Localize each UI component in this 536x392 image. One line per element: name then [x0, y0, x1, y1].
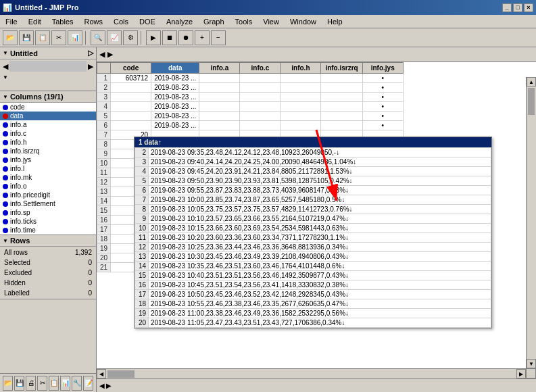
menu-view[interactable]: View [260, 17, 282, 26]
column-item-info.c[interactable]: info.c [0, 129, 96, 138]
left-toolbar-btn-3[interactable]: 🖨 [26, 376, 36, 391]
popup-cell-num: 6 [135, 186, 149, 195]
menu-help[interactable]: Help [324, 17, 345, 26]
cell-rownum: 6 [97, 121, 111, 130]
vscroll-up-button[interactable]: ▲ [527, 77, 536, 87]
col-header-data[interactable]: data [151, 63, 199, 74]
menu-tools[interactable]: Tools [233, 17, 255, 26]
rows-stat-value: 1,392 [57, 248, 95, 257]
popup-row: 82019-08-23 10:05,23.75,23.57,23.75,23.5… [135, 205, 491, 214]
col-dot-info.mk [3, 175, 8, 180]
col-header-code[interactable]: code [111, 63, 151, 74]
column-item-info.sp[interactable]: info.sp [0, 208, 96, 217]
maximize-button[interactable]: □ [513, 3, 522, 12]
columns-header[interactable]: ▼ Columns (19/1) [0, 91, 96, 103]
bottom-nav-right[interactable]: ▶ [106, 382, 112, 389]
column-item-info.Settlement[interactable]: info.Settlement [0, 199, 96, 208]
column-item-data[interactable]: data [0, 112, 96, 120]
popup-cell-value: 2019-08-23 10:30,23.45,23.46,23.49,23.39… [149, 252, 491, 262]
left-toolbar-btn-4[interactable]: ✂ [37, 376, 47, 391]
rows-triangle: ▼ [3, 238, 8, 244]
nav-left-arrow[interactable]: ◀ [3, 62, 8, 71]
menu-rows[interactable]: Rows [82, 17, 106, 26]
menu-analyze[interactable]: Analyze [164, 17, 195, 26]
horizontal-scrollbar[interactable]: ◀ ▶ [97, 368, 526, 378]
cell-rownum: 19 [97, 244, 111, 253]
left-toolbar-btn-6[interactable]: 📊 [60, 376, 70, 391]
menu-doe[interactable]: DOE [137, 17, 158, 26]
hscroll-left-button[interactable]: ◀ [97, 369, 106, 378]
toolbar-btn-8[interactable]: ⚙ [123, 30, 138, 45]
untitled-expand-icon[interactable]: ▷ [88, 49, 93, 57]
left-toolbar-btn-8[interactable]: 📝 [83, 376, 93, 391]
rows-header[interactable]: ▼ Rows [0, 235, 96, 247]
popup-cell-value: 2019-08-23 10:10,23.57,23.65,23.66,23.55… [149, 214, 491, 224]
popup-row: 92019-08-23 10:10,23.57,23.65,23.66,23.5… [135, 214, 491, 224]
toolbar-sep-1 [85, 31, 88, 45]
column-item-info.h[interactable]: info.h [0, 138, 96, 147]
toolbar-btn-1[interactable]: 📂 [3, 30, 18, 45]
column-item-info.ticks[interactable]: info.ticks [0, 217, 96, 226]
vscroll-track[interactable] [527, 116, 536, 359]
toolbar-btn-3[interactable]: 📋 [35, 30, 50, 45]
cell-rownum: 15 [97, 206, 111, 216]
menu-edit[interactable]: Edit [26, 17, 44, 26]
toolbar-btn-5[interactable]: 📊 [68, 30, 82, 45]
menu-cols[interactable]: Cols [111, 17, 131, 26]
toolbar-btn-11[interactable]: ⏺ [178, 30, 193, 45]
minimize-button[interactable]: _ [502, 3, 512, 12]
title-bar-controls[interactable]: _ □ × [502, 3, 533, 12]
column-item-info.l[interactable]: info.l [0, 164, 96, 173]
column-item-info.mk[interactable]: info.mk [0, 173, 96, 182]
rows-stat-label: Hidden [1, 278, 56, 287]
left-toolbar-btn-7[interactable]: 🔧 [72, 376, 82, 391]
vertical-scrollbar[interactable]: ▲ ▼ [526, 77, 536, 368]
left-toolbar-btn-2[interactable]: 💾 [14, 376, 24, 391]
column-item-info.o[interactable]: info.o [0, 182, 96, 191]
toolbar-btn-10[interactable]: ⏹ [162, 30, 177, 45]
popup-row: 172019-08-23 10:50,23.45,23.46,23.52,23.… [135, 290, 491, 299]
toolbar-btn-12[interactable]: + [195, 30, 210, 45]
menu-file[interactable]: File [3, 17, 20, 26]
hscroll-thumb[interactable] [107, 370, 135, 378]
toolbar-btn-9[interactable]: ▶ [146, 30, 161, 45]
toolbar-btn-4[interactable]: ✂ [51, 30, 66, 45]
untitled-nav: ◀ ▶ [0, 59, 96, 73]
close-button[interactable]: × [524, 3, 533, 12]
grid-nav-right[interactable]: ▶ [107, 50, 113, 59]
menu-window[interactable]: Window [287, 17, 319, 26]
toolbar-btn-2[interactable]: 💾 [19, 30, 34, 45]
nav-right-arrow[interactable]: ▶ [88, 62, 93, 71]
menu-tables[interactable]: Tables [49, 17, 76, 26]
col-header-info.a[interactable]: info.a [199, 63, 240, 74]
table-row: 62019-08-23 ...• [97, 121, 404, 130]
menu-graph[interactable]: Graph [201, 17, 227, 26]
column-item-code[interactable]: code [0, 103, 96, 112]
column-item-info.time[interactable]: info.time [0, 226, 96, 235]
popup-cell-value: 2019-08-23 09:40,24.14,24.20,24.25,24.00… [149, 157, 491, 167]
untitled-header[interactable]: ▼ Untitled ▷ [0, 47, 96, 59]
left-toolbar-btn-5[interactable]: 📋 [49, 376, 59, 391]
col-header-info.jys[interactable]: info.jys [362, 63, 403, 74]
toolbar-btn-13[interactable]: − [211, 30, 226, 45]
grid-nav-left[interactable]: ◀ [99, 50, 105, 59]
col-header-info.h[interactable]: info.h [281, 63, 321, 74]
vscroll-thumb[interactable] [528, 88, 535, 115]
table-row: 42019-08-23 ...• [97, 102, 404, 112]
popup-row: 192019-08-23 11:00,23.38,23.46,23.49,23.… [135, 309, 491, 318]
hscroll-right-button[interactable]: ▶ [516, 369, 526, 378]
column-item-info.isrzrq[interactable]: info.isrzrq [0, 147, 96, 155]
popup-row: 152019-08-23 10:40,23.51,23.51,23.56,23.… [135, 271, 491, 280]
col-header-info.isrzrq[interactable]: info.isrzrq [321, 63, 362, 74]
column-item-info.jys[interactable]: info.jys [0, 155, 96, 164]
toolbar-btn-6[interactable]: 🔍 [91, 30, 105, 45]
column-item-info.a[interactable]: info.a [0, 120, 96, 129]
column-item-info.pricedigit[interactable]: info.pricedigit [0, 191, 96, 199]
toolbar-btn-7[interactable]: 📈 [107, 30, 122, 45]
rows-stat-label: Selected [1, 258, 56, 267]
bottom-nav-left[interactable]: ◀ [99, 382, 105, 389]
left-toolbar-btn-1[interactable]: 📂 [3, 376, 13, 391]
cell-info_c [240, 121, 281, 130]
vscroll-down-button[interactable]: ▼ [527, 359, 536, 368]
col-header-info.c[interactable]: info.c [240, 63, 281, 74]
